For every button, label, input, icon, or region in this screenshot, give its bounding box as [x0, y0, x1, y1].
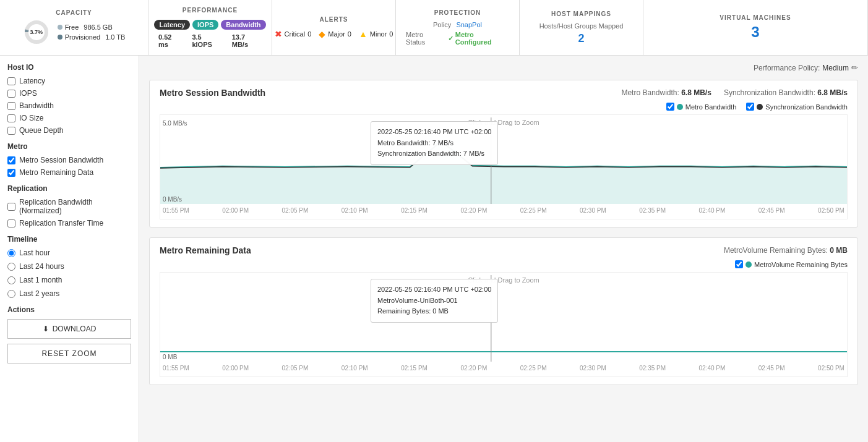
- repl-transfer-label: Replication Transfer Time: [19, 219, 103, 227]
- chart1-section: Metro Session Bandwidth Metro Bandwidth:…: [149, 80, 858, 227]
- replication-title: Replication: [7, 184, 131, 193]
- vms-title: VIRTUAL MACHINES: [720, 14, 791, 21]
- download-label: DOWNLOAD: [53, 325, 97, 333]
- last-hour-radio-item[interactable]: Last hour: [7, 249, 131, 257]
- chart1-area[interactable]: Click and Drag to Zoom 5.0 MB/s 0 MB/s 2…: [160, 114, 848, 219]
- chart2-legend-remaining: MetroVolume Remaining Bytes: [735, 260, 848, 268]
- performance-title: PERFORMANCE: [183, 7, 238, 14]
- bandwidth-badge[interactable]: Bandwidth: [221, 20, 265, 30]
- performance-section: PERFORMANCE Latency IOPS Bandwidth 0.52 …: [148, 0, 272, 55]
- chart2-remaining-checkbox[interactable]: [735, 260, 743, 268]
- iops-checkbox-item[interactable]: IOPS: [7, 89, 131, 98]
- sidebar: Host IO Latency IOPS Bandwidth IO Size Q…: [0, 56, 139, 442]
- io-size-checkbox[interactable]: [7, 114, 15, 122]
- last-24-radio-item[interactable]: Last 24 hours: [7, 262, 131, 271]
- timeline-title: Timeline: [7, 235, 131, 244]
- repl-bw-checkbox-item[interactable]: Replication Bandwidth (Normalized): [7, 198, 131, 215]
- chart2-svg: [160, 275, 847, 362]
- repl-bw-label: Replication Bandwidth (Normalized): [19, 198, 131, 215]
- capacity-donut: 3.7%: [23, 19, 50, 46]
- metro-status-label: Metro Status: [406, 31, 443, 46]
- last-2-years-radio[interactable]: [7, 290, 15, 298]
- metro-title: Metro: [7, 142, 131, 151]
- capacity-title: CAPACITY: [56, 9, 92, 16]
- chart2-remaining-label: MetroVolume Remaining Bytes:: [724, 246, 828, 255]
- protection-section: PROTECTION Policy SnapPol Metro Status ✓…: [396, 0, 520, 55]
- chart1-legend-metro: Metro Bandwidth: [666, 103, 737, 111]
- iops-value: 3.5 kIOPS: [192, 33, 212, 48]
- capacity-percent: 3.7%: [30, 29, 43, 35]
- iops-checkbox[interactable]: [7, 90, 15, 98]
- download-button[interactable]: ⬇ DOWNLOAD: [7, 319, 131, 339]
- latency-badge[interactable]: Latency: [154, 20, 190, 30]
- chart1-svg: [160, 117, 847, 204]
- critical-label: Critical: [285, 30, 306, 38]
- repl-bw-checkbox[interactable]: [7, 203, 15, 211]
- io-size-checkbox-item[interactable]: IO Size: [7, 114, 131, 122]
- actions-title: Actions: [7, 305, 131, 314]
- last-1-month-radio-item[interactable]: Last 1 month: [7, 276, 131, 284]
- repl-transfer-checkbox-item[interactable]: Replication Transfer Time: [7, 219, 131, 227]
- bandwidth-checkbox[interactable]: [7, 102, 15, 110]
- latency-value: 0.52 ms: [158, 33, 171, 48]
- chart1-sync-checkbox[interactable]: [746, 103, 754, 111]
- host-mappings-label: Hosts/Host Groups Mapped: [539, 22, 624, 30]
- chart1-sync-dot: [757, 104, 763, 110]
- io-size-label: IO Size: [19, 114, 43, 122]
- repl-transfer-checkbox[interactable]: [7, 219, 15, 227]
- chart2-y-bottom: 0 MB: [163, 354, 177, 360]
- chart2-x-axis: 01:55 PM 02:00 PM 02:05 PM 02:10 PM 02:1…: [160, 363, 847, 372]
- bandwidth-checkbox-item[interactable]: Bandwidth: [7, 101, 131, 110]
- iops-badge[interactable]: IOPS: [192, 20, 218, 30]
- reset-zoom-label: RESET ZOOM: [41, 349, 97, 358]
- queue-depth-checkbox-item[interactable]: Queue Depth: [7, 126, 131, 135]
- chart2-area[interactable]: Click and Drag to Zoom 0 MB 2022-05-25 0…: [160, 272, 848, 377]
- critical-icon: ✖: [275, 29, 282, 39]
- policy-label: Policy: [433, 21, 451, 28]
- minor-icon: ▲: [359, 29, 367, 39]
- chart1-y-top: 5.0 MB/s: [163, 120, 187, 127]
- chart2-section: Metro Remaining Data MetroVolume Remaini…: [149, 237, 858, 385]
- last-24-radio[interactable]: [7, 263, 15, 271]
- chart1-sync-bw-label: Synchronization Bandwidth:: [724, 88, 815, 97]
- free-value: 986.5 GB: [84, 23, 112, 31]
- iops-label: IOPS: [19, 89, 37, 98]
- protection-title: PROTECTION: [434, 9, 481, 16]
- chart1-metro-label: Metro Bandwidth: [685, 103, 737, 111]
- host-mappings-title: HOST MAPPINGS: [551, 11, 611, 17]
- latency-checkbox[interactable]: [7, 77, 15, 85]
- virtual-machines-section: VIRTUAL MACHINES 3: [643, 0, 868, 55]
- last-2-years-radio-item[interactable]: Last 2 years: [7, 289, 131, 298]
- perf-policy-value: Medium: [822, 64, 849, 72]
- minor-value: 0: [389, 30, 393, 38]
- critical-value: 0: [307, 30, 311, 38]
- policy-link[interactable]: SnapPol: [456, 21, 482, 28]
- host-io-title: Host IO: [7, 63, 131, 72]
- perf-policy-bar: Performance Policy: Medium ✏: [149, 63, 858, 72]
- chart1-metro-checkbox[interactable]: [666, 103, 674, 111]
- chart2-remaining-label: MetroVolume Remaining Bytes: [754, 261, 848, 268]
- download-icon: ⬇: [43, 325, 49, 333]
- last-1-month-radio[interactable]: [7, 276, 15, 284]
- metro-session-bw-checkbox-item[interactable]: Metro Session Bandwidth: [7, 156, 131, 164]
- chart1-y-bottom: 0 MB/s: [163, 196, 182, 203]
- metro-remaining-checkbox[interactable]: [7, 169, 15, 177]
- provisioned-value: 1.0 TB: [105, 33, 125, 41]
- metro-remaining-checkbox-item[interactable]: Metro Remaining Data: [7, 168, 131, 177]
- latency-label: Latency: [19, 77, 45, 85]
- queue-depth-checkbox[interactable]: [7, 127, 15, 135]
- bandwidth-label: Bandwidth: [19, 101, 54, 110]
- chart1-x-axis: 01:55 PM 02:00 PM 02:05 PM 02:10 PM 02:1…: [160, 206, 847, 214]
- latency-checkbox-item[interactable]: Latency: [7, 77, 131, 85]
- chart1-metro-dot: [677, 104, 683, 110]
- last-2-years-label: Last 2 years: [19, 289, 59, 298]
- metro-session-bw-label: Metro Session Bandwidth: [19, 156, 103, 164]
- chart1-sync-bw-value: 6.8 MB/s: [817, 88, 848, 97]
- reset-zoom-button[interactable]: RESET ZOOM: [7, 344, 131, 363]
- provisioned-label: Provisioned: [65, 33, 100, 41]
- last-hour-radio[interactable]: [7, 249, 15, 257]
- host-mappings-value: 2: [578, 32, 584, 45]
- metro-session-bw-checkbox[interactable]: [7, 156, 15, 164]
- edit-icon[interactable]: ✏: [851, 63, 858, 72]
- chart1-metro-bw-value: 6.8 MB/s: [681, 88, 711, 97]
